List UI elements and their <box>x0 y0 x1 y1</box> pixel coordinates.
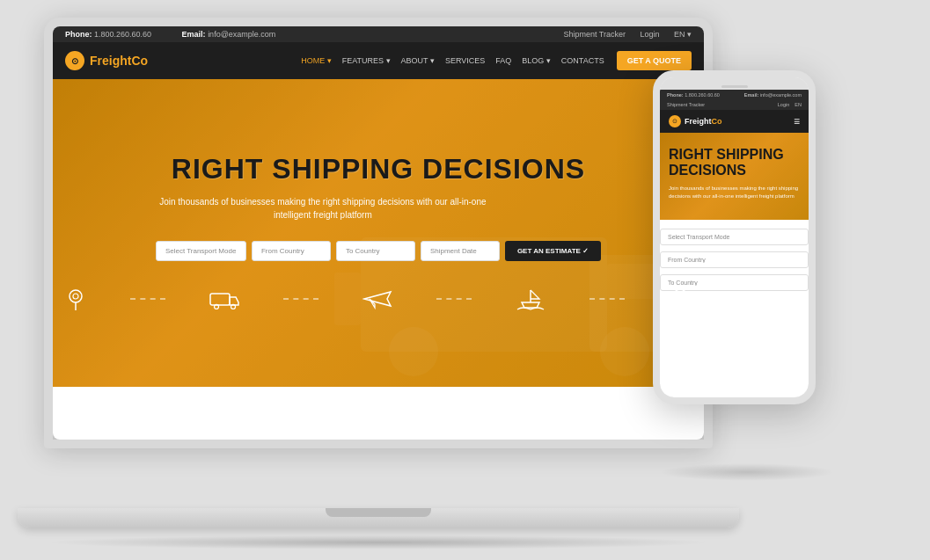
dashed-line-3 <box>436 298 472 300</box>
site-logo: ⊙ FreightCo <box>65 51 148 70</box>
nav-faq[interactable]: FAQ <box>495 56 511 65</box>
phone-notch-bar <box>660 77 809 90</box>
dashed-line-2 <box>283 298 319 300</box>
phone-logo: ⊙ FreightCo <box>669 115 722 127</box>
nav-services[interactable]: SERVICES <box>445 56 485 65</box>
phone-screen: Phone: 1.800.260.60.60 Email: info@examp… <box>660 77 809 397</box>
hero-icon-location <box>65 287 86 311</box>
logo-regular: Freight <box>90 54 131 68</box>
phone-speaker <box>721 85 748 88</box>
hero-icon-ship <box>516 287 546 311</box>
laptop-base-notch <box>326 508 431 517</box>
phone-from-country-select[interactable]: From Country <box>660 251 809 268</box>
scene: Phone: 1.800.260.60.60 Email: info@examp… <box>0 0 930 560</box>
svg-point-7 <box>73 294 78 299</box>
get-quote-button[interactable]: GET A QUOTE <box>617 51 692 70</box>
site-navbar: ⊙ FreightCo HOME ▾ FEATURES ▾ ABOUT ▾ SE… <box>53 42 704 79</box>
phone-shadow <box>659 463 835 481</box>
nav-contacts[interactable]: CONTACTS <box>561 56 604 65</box>
login-link[interactable]: Login <box>640 30 659 39</box>
svg-point-6 <box>70 290 82 302</box>
to-country-select[interactable]: To Country <box>336 241 415 261</box>
phone-hero-title: RIGHT SHIPPING DECISIONS <box>669 147 800 178</box>
hero-icon-plane <box>362 287 392 311</box>
laptop-device: Phone: 1.800.260.60.60 Email: info@examp… <box>44 18 713 527</box>
phone-logo-icon: ⊙ <box>669 115 681 127</box>
laptop-base <box>18 508 739 527</box>
phone-hero-subtitle: Join thousands of businesses making the … <box>669 185 800 200</box>
svg-point-2 <box>389 327 438 376</box>
nav-blog[interactable]: BLOG ▾ <box>522 56 551 65</box>
topbar-right: Shipment Tracker Login EN ▾ <box>551 30 692 39</box>
topbar-email: Email: info@example.com <box>182 30 290 39</box>
lang-selector[interactable]: EN ▾ <box>674 30 692 39</box>
get-estimate-button[interactable]: GET AN ESTIMATE ✓ <box>505 241 601 261</box>
logo-text: FreightCo <box>90 54 148 68</box>
laptop-screen: Phone: 1.800.260.60.60 Email: info@examp… <box>53 26 704 440</box>
phone-topbar-phone: Phone: 1.800.260.60.60 <box>667 92 720 98</box>
hero-form: Select Transport Mode From Country To Co… <box>156 241 601 261</box>
svg-point-3 <box>600 327 649 376</box>
phone-topbar2: Shipment Tracker Login EN <box>660 100 809 110</box>
phone-shipment-tracker[interactable]: Shipment Tracker <box>667 102 705 107</box>
phone-transport-select[interactable]: Select Transport Mode <box>660 229 809 245</box>
transport-mode-select[interactable]: Select Transport Mode <box>156 241 246 261</box>
phone-logo-text: FreightCo <box>685 117 722 126</box>
svg-rect-8 <box>210 294 230 305</box>
hero-icon-truck <box>209 288 239 309</box>
logo-accent: Co <box>131 54 148 68</box>
shipment-date-select[interactable]: Shipment Date <box>421 241 500 261</box>
dashed-line-1 <box>130 298 165 300</box>
hero-content: RIGHT SHIPPING DECISIONS Join thousands … <box>138 154 619 261</box>
shipment-tracker-link[interactable]: Shipment Tracker <box>563 30 626 39</box>
phone-login: Login EN <box>778 102 802 107</box>
phone-topbar-email: Email: info@example.com <box>744 92 802 98</box>
laptop-shadow <box>44 535 713 549</box>
phone-hero: RIGHT SHIPPING DECISIONS Join thousands … <box>660 133 809 220</box>
topbar-phone: Phone: 1.800.260.60.60 <box>65 30 168 39</box>
nav-features[interactable]: FEATURES ▾ <box>342 56 391 65</box>
phone-device: Phone: 1.800.260.60.60 Email: info@examp… <box>653 70 816 404</box>
phone-navbar: ⊙ FreightCo ≡ <box>660 110 809 133</box>
laptop-outer: Phone: 1.800.260.60.60 Email: info@examp… <box>44 18 713 448</box>
phone-topbar: Phone: 1.800.260.60.60 Email: info@examp… <box>660 90 809 100</box>
hero-subtitle: Join thousands of businesses making the … <box>156 195 490 222</box>
hamburger-icon[interactable]: ≡ <box>794 115 800 127</box>
nav-links: HOME ▾ FEATURES ▾ ABOUT ▾ SERVICES FAQ B… <box>301 56 604 65</box>
logo-icon: ⊙ <box>65 51 84 70</box>
from-country-select[interactable]: From Country <box>252 241 331 261</box>
hero-icon-location-check <box>669 286 692 312</box>
dashed-line-4 <box>589 298 625 300</box>
site-topbar: Phone: 1.800.260.60.60 Email: info@examp… <box>53 26 704 42</box>
nav-about[interactable]: ABOUT ▾ <box>401 56 435 65</box>
topbar-left: Phone: 1.800.260.60.60 Email: info@examp… <box>65 30 304 39</box>
hero-icons <box>65 286 692 312</box>
nav-home[interactable]: HOME ▾ <box>301 56 332 65</box>
hero-title: RIGHT SHIPPING DECISIONS <box>156 154 601 185</box>
site-hero: RIGHT SHIPPING DECISIONS Join thousands … <box>53 79 704 387</box>
